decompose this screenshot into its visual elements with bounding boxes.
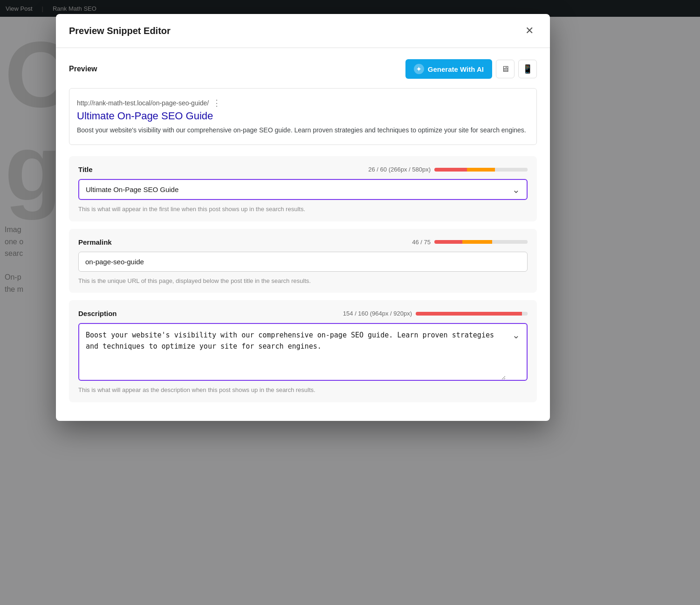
description-field-hint: This is what will appear as the descript… [78, 385, 528, 395]
close-button[interactable]: ✕ [522, 23, 537, 38]
desc-progress-seg2 [438, 312, 460, 316]
description-field-section: Description 154 / 160 (964px / 920px) [69, 300, 537, 402]
preview-section-label: Preview [69, 65, 97, 73]
desc-progress-seg4 [483, 312, 505, 316]
desktop-icon: 🖥 [501, 64, 509, 74]
close-icon: ✕ [525, 25, 534, 37]
permalink-field-hint: This is the unique URL of this page, dis… [78, 276, 528, 286]
title-progress-bar [434, 168, 528, 172]
description-field-counter: 154 / 160 (964px / 920px) [343, 310, 528, 317]
title-field-counter: 26 / 60 (266px / 580px) [368, 166, 528, 173]
permalink-field-counter: 46 / 75 [412, 239, 528, 246]
modal-body: Preview ✦ Generate With AI 🖥 📱 http://ra… [56, 48, 550, 421]
desc-progress-seg-rest [522, 312, 528, 316]
permalink-progress-bar [434, 240, 528, 244]
description-field-header: Description 154 / 160 (964px / 920px) [78, 309, 528, 317]
permalink-progress-seg1 [434, 240, 462, 244]
url-options-icon[interactable]: ⋮ [213, 98, 221, 108]
chevron-down-icon: ⌄ [512, 330, 520, 340]
title-progress-seg3 [490, 168, 495, 172]
title-input-wrapper: ⌄ [78, 179, 528, 200]
desc-progress-seg1 [416, 312, 438, 316]
permalink-field-section: Permalink 46 / 75 This is the unique URL… [69, 229, 537, 293]
title-field-header: Title 26 / 60 (266px / 580px) [78, 165, 528, 173]
modal-header: Preview Snippet Editor ✕ [56, 14, 550, 48]
title-field-label: Title [78, 165, 93, 173]
permalink-field-label: Permalink [78, 238, 112, 246]
search-url-text: http://rank-math-test.local/on-page-seo-… [77, 99, 209, 107]
ai-icon: ✦ [414, 64, 424, 74]
title-progress-seg4 [495, 168, 528, 172]
description-dropdown-button[interactable]: ⌄ [506, 324, 527, 341]
permalink-progress-seg3 [481, 240, 492, 244]
permalink-field-header: Permalink 46 / 75 [78, 238, 528, 246]
desc-progress-seg3 [460, 312, 483, 316]
modal-title: Preview Snippet Editor [69, 26, 171, 36]
preview-actions: ✦ Generate With AI 🖥 📱 [405, 59, 537, 79]
description-input-wrapper: ⌄ [78, 323, 528, 381]
mobile-icon: 📱 [522, 64, 533, 74]
permalink-progress-seg4 [492, 240, 528, 244]
permalink-input[interactable] [78, 252, 528, 272]
chevron-down-icon: ⌄ [512, 185, 520, 195]
preview-snippet-editor-modal: Preview Snippet Editor ✕ Preview ✦ Gener… [56, 14, 550, 421]
search-url-row: http://rank-math-test.local/on-page-seo-… [77, 98, 529, 108]
preview-header-row: Preview ✦ Generate With AI 🖥 📱 [69, 59, 537, 79]
title-field-section: Title 26 / 60 (266px / 580px) ⌄ Th [69, 156, 537, 221]
search-preview-title[interactable]: Ultimate On-Page SEO Guide [77, 110, 529, 122]
generate-with-ai-button[interactable]: ✦ Generate With AI [405, 59, 492, 79]
title-counter-text: 26 / 60 (266px / 580px) [368, 166, 431, 173]
generate-button-label: Generate With AI [428, 65, 484, 73]
desc-progress-seg5 [505, 312, 522, 316]
search-preview-description: Boost your website's visibility with our… [77, 125, 529, 135]
permalink-progress-seg2 [462, 240, 481, 244]
description-textarea[interactable] [79, 324, 506, 380]
description-counter-text: 154 / 160 (964px / 920px) [343, 310, 412, 317]
description-progress-bar [416, 312, 528, 316]
permalink-counter-text: 46 / 75 [412, 239, 431, 246]
mobile-view-button[interactable]: 📱 [518, 60, 537, 78]
search-preview-box: http://rank-math-test.local/on-page-seo-… [69, 88, 537, 145]
desktop-view-button[interactable]: 🖥 [496, 60, 515, 78]
title-field-hint: This is what will appear in the first li… [78, 205, 528, 214]
title-input[interactable] [79, 180, 506, 199]
title-progress-seg2 [467, 168, 490, 172]
description-field-label: Description [78, 309, 117, 317]
title-dropdown-button[interactable]: ⌄ [506, 184, 527, 195]
title-progress-seg1 [434, 168, 467, 172]
